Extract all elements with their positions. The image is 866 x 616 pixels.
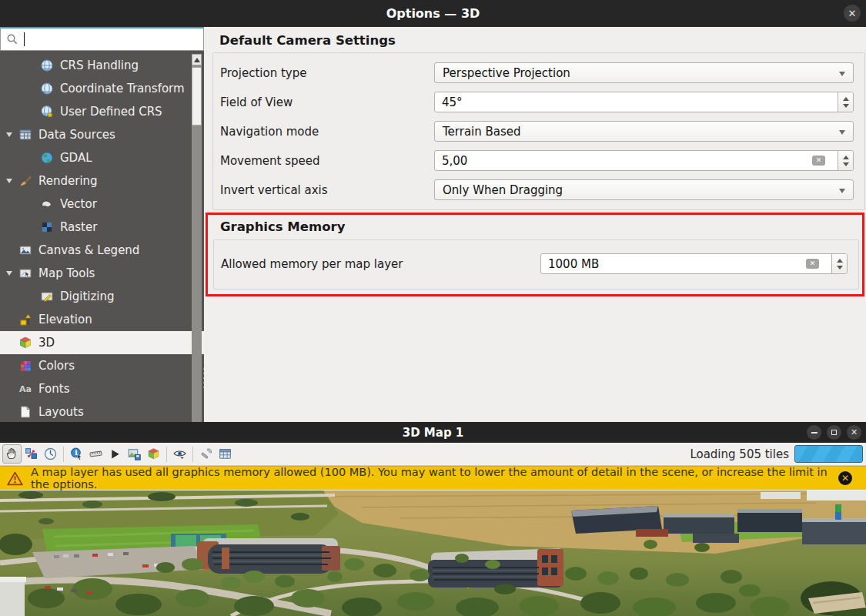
expanded-arrow-icon[interactable] (6, 271, 12, 276)
movement-speed-spinbox[interactable]: 5,00 ✕ (434, 150, 854, 171)
svg-text:Aa: Aa (19, 384, 32, 394)
loading-progress-bar (794, 445, 863, 463)
sidebar-item-data-sources[interactable]: Data Sources (0, 123, 204, 146)
sidebar-item-gdal[interactable]: GDAL (0, 146, 204, 169)
sidebar-item-label: GDAL (60, 151, 92, 165)
sidebar-item-label: Elevation (38, 313, 92, 326)
maximize-button[interactable] (827, 425, 841, 440)
map-tools-icon (18, 266, 32, 280)
text-caret (24, 32, 25, 46)
sidebar-item-elevation[interactable]: Elevation (0, 308, 204, 331)
spin-arrows[interactable] (838, 151, 853, 170)
map-3d-window: 3D Map 1 ✕ i (0, 422, 866, 616)
sidebar-item-user-defined-crs[interactable]: User Defined CRS (0, 100, 204, 123)
warning-close-button[interactable]: ✕ (838, 471, 852, 485)
spin-down-icon[interactable] (843, 104, 849, 108)
map-3d-view[interactable] (0, 490, 866, 616)
sidebar-scrollbar[interactable] (192, 54, 202, 422)
options-close-button[interactable]: ✕ (844, 5, 861, 22)
spin-up-icon[interactable] (843, 97, 849, 101)
globe-icon (40, 59, 54, 72)
measure-button[interactable] (86, 444, 105, 464)
globe-transform-icon (40, 82, 54, 95)
navigation-mode-combobox[interactable]: Terrain Based (434, 121, 854, 142)
sidebar-item-vector[interactable]: Vector (0, 192, 204, 216)
sidebar-item-colors[interactable]: Colors (0, 354, 204, 377)
graphics-memory-warning-bar: A map layer has used all graphics memory… (0, 466, 866, 490)
pan-hand-icon (5, 447, 19, 461)
settings-tree: CRS Handling Coordinate Transform User D… (0, 51, 204, 422)
sidebar-item-3d[interactable]: 3D (0, 331, 204, 354)
sidebar-item-digitizing[interactable]: Digitizing (0, 285, 204, 308)
configure-button[interactable] (196, 444, 216, 464)
animation-button[interactable] (105, 444, 125, 464)
save-image-button[interactable] (125, 444, 144, 464)
sidebar-item-map-tools[interactable]: Map Tools (0, 262, 204, 285)
fonts-icon: Aa (18, 382, 32, 396)
spin-down-icon[interactable] (837, 266, 843, 270)
sidebar-item-label: Raster (60, 220, 97, 234)
options-title: Options — 3D (386, 6, 480, 21)
sidebar-item-crs-handling[interactable]: CRS Handling (0, 54, 204, 77)
scrollbar-thumb[interactable] (192, 67, 202, 126)
search-icon (6, 33, 18, 45)
sidebar-item-label: Colors (38, 359, 75, 373)
options-titlebar[interactable]: Options — 3D ✕ (0, 0, 866, 27)
spin-up-icon[interactable] (837, 259, 843, 263)
invert-vertical-axis-combobox[interactable]: Only When Dragging (434, 179, 854, 200)
scroll-up-button[interactable] (192, 54, 202, 65)
sidebar-item-fonts[interactable]: Aa Fonts (0, 377, 204, 400)
field-of-view-label: Field of View (220, 95, 434, 109)
zoom-full-button[interactable] (22, 444, 41, 464)
identify-icon: i (69, 447, 84, 461)
minimize-icon (811, 432, 818, 434)
sidebar-item-label: Fonts (38, 382, 69, 396)
sidebar-item-coordinate-transform[interactable]: Coordinate Transform (0, 77, 204, 100)
graphics-memory-title: Graphics Memory (220, 219, 345, 234)
toolbar-separator (192, 447, 193, 462)
table-icon (18, 128, 32, 142)
graphics-memory-group: Allowed memory per map layer 1000 MB ✕ (213, 239, 859, 290)
globe-star-icon (40, 105, 54, 119)
map-window-title: 3D Map 1 (403, 426, 464, 440)
sidebar-item-label: Data Sources (38, 128, 115, 142)
minimize-button[interactable] (807, 425, 821, 440)
spin-down-icon[interactable] (843, 162, 849, 166)
spin-arrows[interactable] (831, 254, 847, 273)
grid-panel-button[interactable] (216, 444, 235, 464)
identify-button[interactable]: i (67, 444, 86, 464)
navigation-clock-button[interactable] (41, 444, 60, 464)
sidebar-item-label: User Defined CRS (60, 105, 162, 119)
options-main-panel: Default Camera Settings Projection type … (204, 27, 866, 422)
clear-value-icon[interactable]: ✕ (812, 156, 825, 166)
invert-vertical-axis-value: Only When Dragging (443, 183, 563, 197)
field-of-view-spinbox[interactable]: 45° (434, 92, 854, 112)
sidebar-item-rendering[interactable]: Rendering (0, 169, 204, 192)
sidebar-item-canvas-legend[interactable]: Canvas & Legend (0, 239, 204, 262)
options-dialog: Options — 3D ✕ CRS Handling (0, 0, 866, 422)
export-scene-button[interactable] (144, 444, 163, 464)
scroll-up-icon (194, 58, 200, 62)
sidebar-item-label: Coordinate Transform (60, 82, 185, 95)
map-toolbar: i Loading 505 tiles (0, 443, 866, 466)
search-input[interactable] (0, 27, 204, 51)
view-theme-button[interactable] (170, 444, 189, 464)
spin-up-icon[interactable] (843, 156, 849, 159)
map-titlebar[interactable]: 3D Map 1 ✕ (0, 422, 866, 443)
gdal-globe-icon (40, 151, 54, 165)
allowed-memory-spinbox[interactable]: 1000 MB ✕ (540, 253, 848, 274)
expanded-arrow-icon[interactable] (6, 132, 12, 137)
clear-value-icon[interactable]: ✕ (806, 259, 819, 269)
sidebar-item-layouts[interactable]: Layouts (0, 400, 204, 422)
close-button[interactable]: ✕ (847, 425, 861, 440)
chevron-down-icon (839, 189, 845, 193)
expanded-arrow-icon[interactable] (6, 179, 12, 183)
sidebar-item-raster[interactable]: Raster (0, 216, 204, 239)
pan-camera-button[interactable] (2, 444, 22, 464)
options-sidebar: CRS Handling Coordinate Transform User D… (0, 27, 204, 422)
navigation-mode-value: Terrain Based (443, 125, 521, 139)
navigation-clock-icon (43, 447, 58, 461)
spin-arrows[interactable] (838, 92, 853, 112)
projection-type-combobox[interactable]: Perspective Projection (434, 62, 854, 83)
canvas-legend-icon (18, 243, 32, 257)
